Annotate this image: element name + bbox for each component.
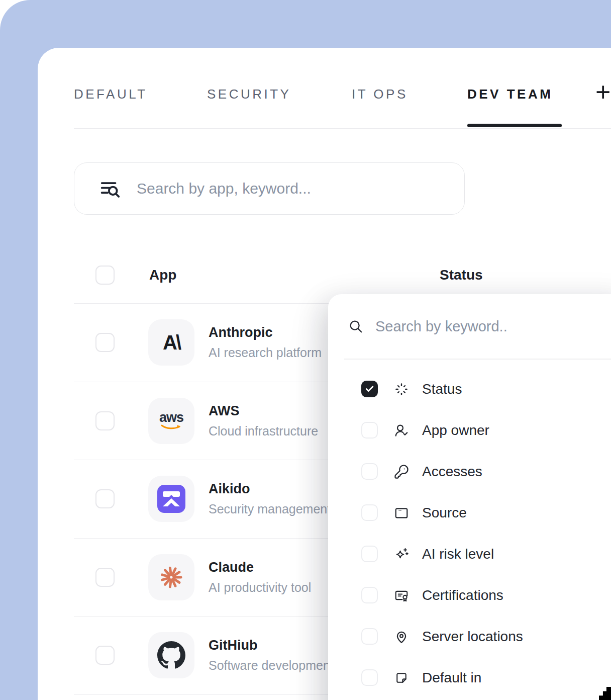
- filter-option-source[interactable]: Source: [328, 492, 611, 534]
- checkmark-icon: [365, 384, 374, 394]
- filter-option-label: Server locations: [422, 629, 523, 645]
- status-spinner-icon: [393, 381, 410, 397]
- add-tab-button[interactable]: +: [595, 77, 610, 107]
- aws-smile-icon: [160, 424, 182, 431]
- column-header-status: Status: [440, 267, 483, 283]
- filter-option-default-in[interactable]: Default in: [328, 657, 611, 698]
- tab-it-ops[interactable]: IT OPS: [352, 86, 408, 102]
- column-header-app: App: [149, 267, 176, 283]
- source-window-icon: [393, 505, 410, 521]
- anthropic-logo: A\: [148, 319, 194, 366]
- app-description: AI productivity tool: [209, 580, 311, 595]
- filter-search-input[interactable]: [375, 318, 611, 335]
- github-octocat-icon: [157, 641, 185, 669]
- select-all-checkbox[interactable]: [95, 266, 115, 285]
- app-owner-checkbox[interactable]: [361, 422, 378, 439]
- tab-default[interactable]: DEFAULT: [74, 86, 148, 102]
- aikido-logo: [148, 476, 194, 522]
- panel-divider: [344, 359, 611, 360]
- filter-option-label: Accesses: [422, 464, 482, 480]
- app-name: AWS: [209, 403, 318, 419]
- filter-search-bar[interactable]: [328, 294, 611, 359]
- anthropic-logo-glyph: A\: [163, 331, 180, 354]
- ai-risk-level-checkbox[interactable]: [361, 546, 378, 562]
- filter-option-certifications[interactable]: Certifications: [328, 575, 611, 616]
- tab-security[interactable]: SECURITY: [207, 86, 291, 102]
- github-logo: [148, 632, 194, 678]
- filter-option-label: Source: [422, 505, 467, 521]
- default-in-note-icon: [393, 670, 410, 686]
- app-description: Cloud infrastructure: [209, 424, 318, 439]
- filter-options-list: Status App owner: [328, 369, 611, 698]
- row-checkbox[interactable]: [95, 568, 115, 587]
- screen: DEFAULT SECURITY IT OPS DEV TEAM + App S…: [0, 0, 611, 700]
- ai-risk-sparkle-icon: [393, 546, 410, 562]
- filter-option-label: App owner: [422, 422, 489, 439]
- filter-option-label: Certifications: [422, 587, 503, 603]
- app-name: Claude: [209, 560, 311, 575]
- filter-search-icon: [98, 177, 122, 200]
- app-name: Anthropic: [209, 325, 322, 340]
- app-search-input[interactable]: [137, 180, 464, 197]
- app-description: AI research platform: [209, 345, 322, 360]
- filter-option-ai-risk-level[interactable]: AI risk level: [328, 534, 611, 575]
- filter-dropdown-panel: Status App owner: [328, 294, 611, 700]
- claude-logo: [148, 554, 194, 600]
- status-checkbox[interactable]: [361, 381, 378, 397]
- server-locations-checkbox[interactable]: [361, 628, 378, 645]
- aws-logo: aws: [148, 398, 194, 444]
- tabs-divider: [74, 128, 611, 129]
- certifications-certificate-icon: [393, 587, 410, 603]
- aikido-logo-icon: [157, 484, 186, 513]
- app-name: Aikido: [209, 481, 331, 497]
- row-checkbox[interactable]: [95, 646, 115, 665]
- magnifier-icon: [348, 319, 363, 334]
- row-checkbox[interactable]: [95, 333, 115, 352]
- active-tab-underline: [467, 124, 562, 127]
- filter-option-label: Status: [422, 381, 462, 397]
- filter-option-accesses[interactable]: Accesses: [328, 451, 611, 492]
- tab-dev-team[interactable]: DEV TEAM: [467, 86, 553, 102]
- accesses-checkbox[interactable]: [361, 463, 378, 480]
- app-description: Software development: [209, 658, 334, 673]
- claude-starburst-icon: [158, 564, 184, 590]
- filter-option-label: Default in: [422, 670, 481, 686]
- row-checkbox[interactable]: [95, 489, 115, 508]
- filter-option-status[interactable]: Status: [328, 369, 611, 410]
- filter-option-label: AI risk level: [422, 546, 494, 562]
- server-locations-pin-icon: [393, 629, 410, 645]
- app-owner-user-check-icon: [393, 422, 410, 439]
- row-checkbox[interactable]: [95, 411, 115, 430]
- filter-option-server-locations[interactable]: Server locations: [328, 616, 611, 657]
- accesses-key-icon: [393, 464, 410, 480]
- app-description: Security management: [209, 502, 331, 516]
- app-name: GitHiub: [209, 638, 334, 653]
- source-checkbox[interactable]: [361, 504, 378, 521]
- aws-logo-glyph: aws: [159, 411, 183, 424]
- filter-option-app-owner[interactable]: App owner: [328, 410, 611, 451]
- app-search-bar[interactable]: [74, 162, 465, 215]
- certifications-checkbox[interactable]: [361, 587, 378, 603]
- default-in-checkbox[interactable]: [361, 669, 378, 686]
